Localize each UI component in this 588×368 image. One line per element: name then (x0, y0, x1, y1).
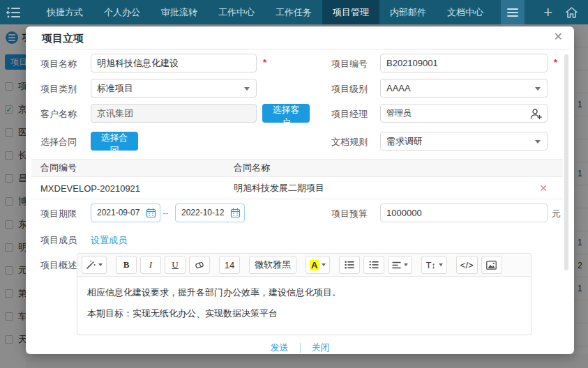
chevron-down-icon (535, 87, 541, 91)
table-row: MXDEVELOP-20210921 明旭科技发展二期项目 ✕ (31, 177, 563, 199)
chevron-down-icon (322, 263, 326, 266)
project-type-label: 项目类别 (40, 83, 77, 95)
project-level-label: 项目级别 (331, 83, 368, 95)
eraser-icon (195, 261, 204, 270)
ordered-list-icon (369, 261, 379, 269)
nav-item-shortcuts[interactable]: 快捷方式 (36, 0, 93, 24)
underline-button[interactable]: U (165, 256, 186, 274)
rich-text-editor: B I U 14 微软雅黑 A (77, 253, 532, 335)
chevron-down-icon (439, 263, 443, 266)
ordered-list-button[interactable] (363, 256, 384, 274)
project-manager-input[interactable]: 管理员 (380, 104, 548, 123)
customer-name-label: 客户名称 (40, 108, 77, 121)
contract-name-cell: 明旭科技发展二期项目 (234, 182, 324, 194)
summary-paragraph: 本期目标：实现无纸化办公、实现数据决策平台 (87, 307, 521, 321)
project-period-label: 项目期限 (40, 208, 77, 220)
project-code-label: 项目编号 (331, 58, 368, 70)
dialog-header: 项目立项 (31, 26, 568, 49)
editor-toolbar: B I U 14 微软雅黑 A (77, 254, 531, 277)
doc-rule-select[interactable]: 需求调研 (380, 132, 548, 151)
send-button[interactable]: 发送 (271, 342, 289, 354)
project-initiation-dialog: 项目立项 ✕ 项目名称 明旭科技信息化建设 * 项目编号 B202109001 … (26, 26, 574, 354)
date-range-separator: -- (163, 208, 169, 218)
font-size-button[interactable]: 14 (219, 256, 240, 274)
delete-contract-icon[interactable]: ✕ (539, 183, 548, 194)
bullet-list-icon (345, 261, 354, 269)
project-budget-label: 项目预算 (331, 208, 368, 220)
contract-table-header: 合同编号 合同名称 (31, 159, 563, 177)
align-button[interactable] (388, 256, 412, 274)
project-name-label: 项目名称 (40, 58, 77, 70)
font-family-button[interactable]: 微软雅黑 (249, 256, 296, 274)
project-code-input[interactable]: B202109001 (380, 54, 548, 72)
select-contract-label: 选择合同 (40, 136, 77, 148)
insert-image-button[interactable] (481, 256, 502, 274)
required-star: * (263, 57, 266, 68)
dialog-title: 项目立项 (42, 26, 84, 49)
close-button[interactable]: 关闭 (312, 342, 330, 354)
project-budget-input[interactable]: 1000000 (380, 204, 548, 222)
bullet-list-button[interactable] (339, 256, 360, 274)
align-icon (392, 261, 401, 269)
chevron-down-icon (404, 263, 408, 266)
dialog-footer: 发送 关闭 (26, 339, 574, 357)
nav-menu: 快捷方式 个人办公 审批流转 工作中心 工作任务 项目管理 内部邮件 文档中心 (36, 0, 494, 24)
italic-button[interactable]: I (140, 256, 161, 274)
summary-paragraph: 相应信息化建设要求，提升各部门办公效率，建设信息化项目。 (87, 286, 521, 300)
nav-item-internal-mail[interactable]: 内部邮件 (379, 0, 437, 24)
image-icon (486, 261, 497, 270)
plus-icon[interactable]: + (543, 5, 552, 20)
nav-item-personal-office[interactable]: 个人办公 (93, 0, 151, 24)
project-name-input[interactable]: 明旭科技信息化建设 (91, 54, 257, 72)
budget-unit: 元 (552, 208, 561, 220)
required-star: * (554, 57, 557, 68)
nav-item-project-management[interactable]: 项目管理 (322, 0, 379, 24)
select-customer-button[interactable]: 选择客户 (262, 104, 310, 123)
close-icon[interactable]: ✕ (554, 31, 563, 43)
chevron-down-icon (244, 87, 250, 91)
eraser-button[interactable] (189, 256, 210, 274)
line-height-button[interactable]: T↕ (421, 256, 446, 274)
magic-format-button[interactable] (82, 256, 107, 274)
calendar-icon[interactable] (146, 208, 156, 218)
collapse-menu-icon[interactable] (0, 0, 28, 24)
contract-code-header: 合同编号 (40, 162, 77, 174)
project-members-label: 项目成员 (40, 234, 77, 247)
navbar-right-actions: + (543, 0, 588, 24)
chevron-down-icon (535, 140, 541, 144)
dialog-scrollbar[interactable] (564, 54, 568, 270)
customer-name-input: 京讯集团 (91, 104, 257, 123)
code-view-button[interactable]: </> (456, 256, 478, 274)
doc-rule-label: 文档规则 (331, 136, 368, 148)
more-menu-icon[interactable] (501, 0, 525, 24)
project-summary-label: 项目概述 (40, 259, 77, 272)
top-navbar: 快捷方式 个人办公 审批流转 工作中心 工作任务 项目管理 内部邮件 文档中心 … (0, 0, 588, 24)
contract-code-cell: MXDEVELOP-20210921 (40, 183, 140, 193)
calendar-icon[interactable] (230, 208, 241, 218)
magic-wand-icon (86, 260, 96, 270)
add-user-icon[interactable] (530, 108, 542, 120)
project-type-select[interactable]: 标准项目 (91, 79, 257, 98)
nav-item-work-center[interactable]: 工作中心 (208, 0, 265, 24)
editor-content[interactable]: 相应信息化建设要求，提升各部门办公效率，建设信息化项目。 本期目标：实现无纸化办… (77, 277, 531, 329)
nav-item-approval-flow[interactable]: 审批流转 (151, 0, 208, 24)
project-manager-label: 项目经理 (331, 108, 368, 121)
nav-item-work-tasks[interactable]: 工作任务 (265, 0, 322, 24)
select-contract-button[interactable]: 选择合同 (91, 132, 138, 151)
font-color-button[interactable]: A (306, 256, 330, 274)
contract-name-header: 合同名称 (234, 162, 270, 174)
set-members-link[interactable]: 设置成员 (91, 234, 127, 247)
chevron-down-icon (98, 263, 103, 266)
end-date-input[interactable]: 2022-10-12 (175, 204, 245, 222)
bold-button[interactable]: B (116, 256, 137, 274)
home-icon[interactable] (565, 6, 578, 19)
project-level-select[interactable]: AAAA (380, 79, 548, 98)
footer-divider (300, 343, 301, 353)
contract-table: 合同编号 合同名称 MXDEVELOP-20210921 明旭科技发展二期项目 … (31, 159, 563, 199)
screen: 快捷方式 个人办公 审批流转 工作中心 工作任务 项目管理 内部邮件 文档中心 … (0, 0, 588, 368)
start-date-input[interactable]: 2021-09-07 (91, 204, 160, 222)
nav-item-document-center[interactable]: 文档中心 (437, 0, 494, 24)
